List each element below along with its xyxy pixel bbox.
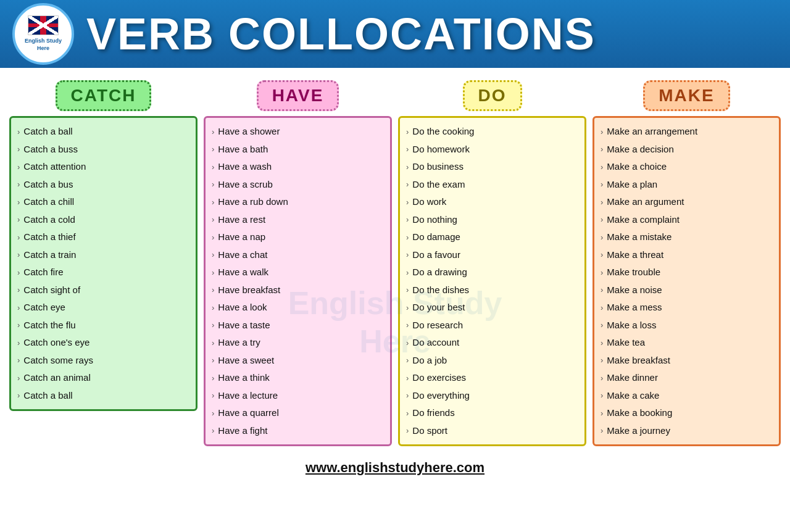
item-text: Catch a ball (23, 389, 72, 403)
list-item: ›Have a taste (209, 317, 386, 335)
item-text: Catch a bus (23, 178, 73, 192)
item-text: Do the exam (412, 178, 465, 192)
list-item: ›Do account (404, 334, 581, 352)
list-item: ›Make a decision (598, 141, 775, 159)
arrow-icon: › (601, 337, 603, 349)
arrow-icon: › (212, 161, 214, 173)
arrow-icon: › (406, 372, 409, 384)
arrow-icon: › (212, 178, 214, 191)
list-item: ›Have a look (209, 299, 386, 317)
list-item: ›Do business (404, 158, 581, 176)
arrow-icon: › (212, 267, 214, 279)
list-item: ›Do a job (404, 352, 581, 370)
list-item: ›Make tea (598, 334, 775, 352)
list-make: ›Make an arrangement›Make a decision›Mak… (592, 116, 781, 446)
list-item: ›Catch the flu (15, 317, 192, 335)
arrow-icon: › (212, 214, 214, 226)
content-wrapper: English StudyHere CATCH›Catch a ball›Cat… (0, 68, 790, 481)
item-text: Catch a thief (23, 230, 75, 244)
arrow-icon: › (406, 284, 409, 296)
list-item: ›Have a shower (209, 123, 386, 141)
badge-catch: CATCH (56, 80, 152, 111)
arrow-icon: › (17, 161, 20, 173)
item-text: Make a plan (607, 178, 657, 192)
list-item: ›Make a mess (598, 299, 775, 317)
arrow-icon: › (17, 337, 20, 349)
list-item: ›Do a drawing (404, 264, 581, 281)
item-text: Make a threat (607, 248, 663, 262)
item-text: Have a fight (218, 424, 267, 438)
list-item: ›Make a plan (598, 176, 775, 194)
list-item: ›Do everything (404, 387, 581, 405)
list-item: ›Have a chat (209, 246, 386, 264)
arrow-icon: › (212, 319, 214, 331)
list-item: ›Do homework (404, 141, 581, 159)
arrow-icon: › (212, 302, 214, 314)
badge-do: DO (463, 80, 522, 111)
list-item: ›Catch one's eye (15, 334, 192, 352)
arrow-icon: › (601, 354, 603, 367)
list-item: ›Catch a bus (15, 176, 192, 194)
arrow-icon: › (406, 249, 409, 261)
item-text: Have a look (218, 301, 267, 315)
item-text: Catch an animal (23, 371, 90, 385)
arrow-icon: › (212, 389, 214, 402)
arrow-icon: › (406, 389, 409, 402)
list-item: ›Make a complaint (598, 211, 775, 229)
item-text: Catch attention (23, 160, 86, 174)
list-item: ›Have a lecture (209, 387, 386, 405)
list-item: ›Catch a ball (15, 123, 192, 141)
item-text: Have a think (218, 371, 269, 385)
list-item: ›Have a wash (209, 158, 386, 176)
item-text: Make dinner (607, 371, 658, 385)
list-item: ›Do exercises (404, 369, 581, 387)
arrow-icon: › (212, 249, 214, 261)
arrow-icon: › (601, 425, 603, 437)
list-do: ›Do the cooking›Do homework›Do business›… (398, 116, 586, 446)
item-text: Catch eye (23, 301, 65, 315)
arrow-icon: › (212, 126, 214, 138)
arrow-icon: › (406, 267, 409, 279)
item-text: Make an argument (607, 195, 684, 209)
arrow-icon: › (406, 319, 409, 331)
list-item: ›Have a fight (209, 422, 386, 440)
arrow-icon: › (212, 354, 214, 367)
list-item: ›Catch eye (15, 299, 192, 317)
badge-have: HAVE (257, 80, 339, 111)
item-text: Make a booking (607, 406, 672, 420)
arrow-icon: › (212, 407, 214, 420)
list-item: ›Make a loss (598, 317, 775, 335)
item-text: Catch a chill (23, 195, 74, 209)
arrow-icon: › (601, 178, 603, 191)
item-text: Make a decision (607, 143, 673, 157)
list-item: ›Catch some rays (15, 352, 192, 370)
arrow-icon: › (212, 372, 214, 384)
item-text: Do homework (412, 143, 470, 157)
list-item: ›Catch a chill (15, 193, 192, 211)
item-text: Have a chat (218, 248, 267, 262)
item-text: Have a shower (218, 125, 280, 139)
arrow-icon: › (17, 354, 20, 367)
arrow-icon: › (601, 196, 603, 209)
list-item: ›Make a choice (598, 158, 775, 176)
list-item: ›Make a booking (598, 404, 775, 422)
item-text: Do damage (412, 230, 460, 244)
list-item: ›Make a noise (598, 281, 775, 299)
list-catch: ›Catch a ball›Catch a buss›Catch attenti… (9, 116, 198, 411)
list-item: ›Do the exam (404, 176, 581, 194)
badge-make: MAKE (643, 80, 730, 111)
item-text: Make trouble (607, 265, 660, 280)
item-text: Do your best (412, 301, 465, 315)
item-text: Have a sweet (218, 354, 274, 368)
arrow-icon: › (212, 196, 214, 209)
item-text: Make a complaint (607, 213, 680, 227)
list-item: ›Do a favour (404, 246, 581, 264)
item-text: Do everything (412, 389, 470, 403)
logo: English Study Here (12, 3, 74, 65)
arrow-icon: › (601, 214, 603, 226)
arrow-icon: › (17, 143, 20, 156)
arrow-icon: › (17, 126, 20, 138)
list-item: ›Do your best (404, 299, 581, 317)
list-item: ›Have a rest (209, 211, 386, 229)
arrow-icon: › (17, 231, 20, 244)
